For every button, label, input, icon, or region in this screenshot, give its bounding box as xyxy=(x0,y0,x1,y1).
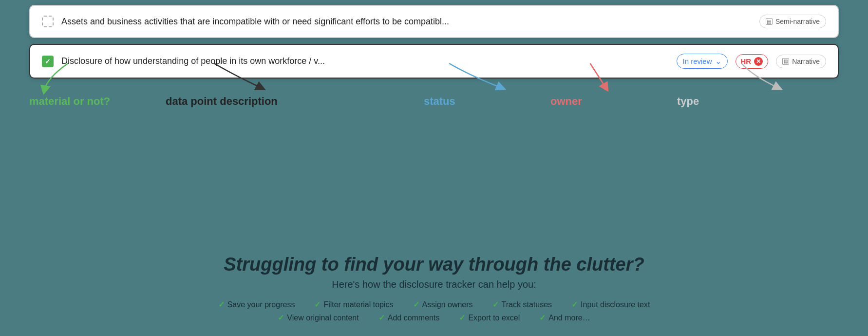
check-icon-2: ✓ xyxy=(314,300,321,309)
check-icon-5: ✓ xyxy=(571,300,578,309)
cards-area: Assets and business activities that are … xyxy=(29,5,839,84)
annotation-type-label: type xyxy=(677,95,699,107)
feature-7-label: Add comments xyxy=(388,314,440,322)
card-2-type-badge[interactable]: ▤ Narrative xyxy=(776,55,826,68)
annotation-data-point: data point description xyxy=(166,95,278,108)
card-2-status-badge[interactable]: In review ⌄ xyxy=(677,54,728,69)
feature-9-label: And more… xyxy=(548,314,590,322)
main-container: Assets and business activities that are … xyxy=(0,0,868,336)
card-row-1[interactable]: Assets and business activities that are … xyxy=(29,5,839,38)
card-1-text: Assets and business activities that are … xyxy=(61,17,752,27)
feature-add-comments: ✓ Add comments xyxy=(378,313,440,322)
check-icon-4: ✓ xyxy=(492,300,499,309)
remove-owner-button[interactable]: ✕ xyxy=(754,57,763,66)
card-2-owner-label: HR xyxy=(741,57,752,65)
feature-1-label: Save your progress xyxy=(227,300,295,309)
feature-input-disclosure: ✓ Input disclosure text xyxy=(571,300,650,309)
check-icon-8: ✓ xyxy=(459,313,465,322)
type-icon: ▤ xyxy=(766,18,773,25)
feature-assign-owners: ✓ Assign owners xyxy=(413,300,473,309)
annotation-status-label: status xyxy=(424,95,455,107)
bottom-section: Struggling to find your way through the … xyxy=(0,239,868,336)
feature-save-progress: ✓ Save your progress xyxy=(218,300,295,309)
card-row-2[interactable]: ✓ Disclosure of how understanding of peo… xyxy=(29,44,839,79)
card-2-type-label: Narrative xyxy=(792,58,820,65)
checkbox-checked[interactable]: ✓ xyxy=(42,56,54,67)
feature-export-excel: ✓ Export to excel xyxy=(459,313,520,322)
card-1-type-badge[interactable]: ▤ Semi-narrative xyxy=(759,15,826,28)
annotation-material: material or not? xyxy=(29,95,110,108)
feature-view-content: ✓ View original content xyxy=(278,313,359,322)
feature-2-label: Filter material topics xyxy=(323,300,393,309)
feature-5-label: Input disclosure text xyxy=(581,300,650,309)
feature-3-label: Assign owners xyxy=(422,300,473,309)
feature-and-more: ✓ And more… xyxy=(539,313,590,322)
feature-track-statuses: ✓ Track statuses xyxy=(492,300,552,309)
check-icon-1: ✓ xyxy=(218,300,225,309)
checkbox-unchecked[interactable] xyxy=(42,16,54,27)
annotation-owner-label: owner xyxy=(550,95,582,107)
check-icon-6: ✓ xyxy=(278,313,284,322)
chevron-down-icon: ⌄ xyxy=(715,57,721,66)
annotation-status: status xyxy=(424,95,455,108)
annotation-owner: owner xyxy=(550,95,582,108)
check-icon-3: ✓ xyxy=(413,300,419,309)
check-icon-7: ✓ xyxy=(378,313,385,322)
feature-6-label: View original content xyxy=(287,314,359,322)
card-2-text: Disclosure of how understanding of peopl… xyxy=(61,56,669,66)
type-icon-2: ▤ xyxy=(782,58,789,65)
card-1-type-label: Semi-narrative xyxy=(775,18,820,25)
annotation-material-label: material or not? xyxy=(29,95,110,107)
features-row-1: ✓ Save your progress ✓ Filter material t… xyxy=(29,300,839,309)
check-icon-9: ✓ xyxy=(539,313,546,322)
feature-8-label: Export to excel xyxy=(468,314,520,322)
card-2-status-label: In review xyxy=(683,57,712,65)
card-2-owner-badge[interactable]: HR ✕ xyxy=(736,54,769,69)
features-row-2: ✓ View original content ✓ Add comments ✓… xyxy=(29,313,839,322)
feature-4-label: Track statuses xyxy=(502,300,552,309)
sub-headline: Here's how the disclosure tracker can he… xyxy=(29,279,839,290)
annotation-data-point-label: data point description xyxy=(166,95,278,107)
feature-filter-topics: ✓ Filter material topics xyxy=(314,300,393,309)
main-headline: Struggling to find your way through the … xyxy=(29,254,839,275)
annotation-type: type xyxy=(677,95,699,108)
